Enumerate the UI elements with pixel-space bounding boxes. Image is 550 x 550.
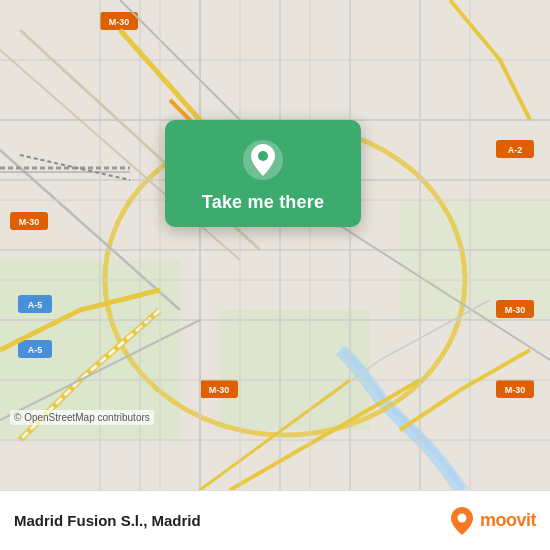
take-me-there-button[interactable]: Take me there (202, 192, 324, 213)
location-name: Madrid Fusion S.l., Madrid (14, 512, 201, 529)
svg-point-42 (457, 513, 466, 522)
location-info: Madrid Fusion S.l., Madrid (14, 512, 201, 529)
svg-text:A-5: A-5 (28, 300, 43, 310)
location-card[interactable]: Take me there (165, 120, 361, 227)
bottom-bar: Madrid Fusion S.l., Madrid moovit (0, 490, 550, 550)
svg-text:M-30: M-30 (505, 385, 526, 395)
map-attribution: © OpenStreetMap contributors (10, 410, 154, 425)
moovit-logo: moovit (446, 505, 536, 537)
map-container: A-5 A-5 M-30 A-2 M-30 M-30 M-30 M-30 (0, 0, 550, 490)
svg-point-41 (258, 151, 268, 161)
svg-text:M-30: M-30 (19, 217, 40, 227)
moovit-brand-icon (446, 505, 478, 537)
svg-text:A-2: A-2 (508, 145, 523, 155)
svg-text:M-30: M-30 (209, 385, 230, 395)
svg-text:M-30: M-30 (505, 305, 526, 315)
svg-text:M-30: M-30 (109, 17, 130, 27)
location-pin-icon (241, 138, 285, 182)
svg-rect-2 (220, 310, 370, 430)
svg-text:A-5: A-5 (28, 345, 43, 355)
moovit-brand-text: moovit (480, 510, 536, 531)
